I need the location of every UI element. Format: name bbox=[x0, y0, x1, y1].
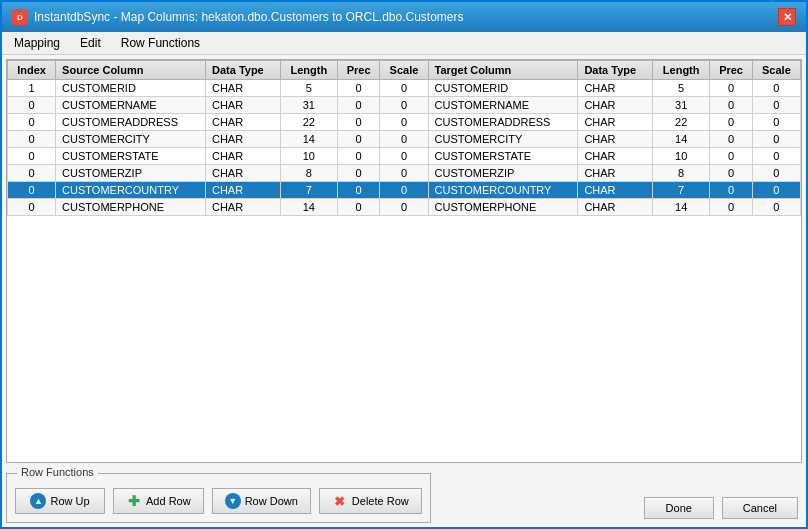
table-cell: 0 bbox=[710, 182, 752, 199]
table-cell: 14 bbox=[280, 199, 337, 216]
table-cell: 0 bbox=[8, 199, 56, 216]
table-cell: CUSTOMERID bbox=[428, 80, 578, 97]
table-cell: 0 bbox=[337, 97, 379, 114]
table-cell: CUSTOMERADDRESS bbox=[56, 114, 206, 131]
row-functions-buttons: ▲ Row Up ✚ Add Row ▼ Row Down ✖ Delete R… bbox=[15, 488, 422, 514]
table-cell: CHAR bbox=[205, 97, 280, 114]
table-cell: CUSTOMERNAME bbox=[56, 97, 206, 114]
columns-table: Index Source Column Data Type Length Pre… bbox=[7, 60, 801, 216]
table-cell: 0 bbox=[337, 80, 379, 97]
table-cell: 0 bbox=[380, 131, 428, 148]
table-cell: 5 bbox=[653, 80, 710, 97]
table-cell: CUSTOMERZIP bbox=[56, 165, 206, 182]
delete-row-label: Delete Row bbox=[352, 495, 409, 507]
row-down-button[interactable]: ▼ Row Down bbox=[212, 488, 311, 514]
table-cell: CUSTOMERCOUNTRY bbox=[56, 182, 206, 199]
table-row[interactable]: 0CUSTOMERNAMECHAR3100CUSTOMERNAMECHAR310… bbox=[8, 97, 801, 114]
done-button[interactable]: Done bbox=[644, 497, 714, 519]
table-cell: CUSTOMERNAME bbox=[428, 97, 578, 114]
menu-mapping[interactable]: Mapping bbox=[6, 34, 68, 52]
table-cell: 0 bbox=[710, 114, 752, 131]
title-bar-left: D InstantdbSync - Map Columns: hekaton.d… bbox=[12, 9, 464, 25]
table-cell: 31 bbox=[280, 97, 337, 114]
table-cell: CHAR bbox=[205, 182, 280, 199]
title-bar: D InstantdbSync - Map Columns: hekaton.d… bbox=[2, 2, 806, 32]
menu-row-functions[interactable]: Row Functions bbox=[113, 34, 208, 52]
table-cell: 7 bbox=[280, 182, 337, 199]
table-row[interactable]: 1CUSTOMERIDCHAR500CUSTOMERIDCHAR500 bbox=[8, 80, 801, 97]
table-cell: 0 bbox=[337, 131, 379, 148]
menu-bar: Mapping Edit Row Functions bbox=[2, 32, 806, 55]
table-cell: 0 bbox=[337, 182, 379, 199]
window-title: InstantdbSync - Map Columns: hekaton.dbo… bbox=[34, 10, 464, 24]
table-cell: 0 bbox=[710, 131, 752, 148]
table-cell: 0 bbox=[380, 199, 428, 216]
table-cell: 8 bbox=[653, 165, 710, 182]
table-cell: CHAR bbox=[578, 97, 653, 114]
table-row[interactable]: 0CUSTOMERCITYCHAR1400CUSTOMERCITYCHAR140… bbox=[8, 131, 801, 148]
header-target-length: Length bbox=[653, 61, 710, 80]
header-source-datatype: Data Type bbox=[205, 61, 280, 80]
table-row[interactable]: 0CUSTOMERCOUNTRYCHAR700CUSTOMERCOUNTRYCH… bbox=[8, 182, 801, 199]
row-up-label: Row Up bbox=[50, 495, 89, 507]
table-cell: 0 bbox=[752, 148, 800, 165]
row-functions-legend: Row Functions bbox=[17, 466, 98, 478]
table-cell: 10 bbox=[653, 148, 710, 165]
table-cell: 0 bbox=[380, 80, 428, 97]
row-up-button[interactable]: ▲ Row Up bbox=[15, 488, 105, 514]
table-cell: 0 bbox=[710, 80, 752, 97]
table-cell: 0 bbox=[752, 199, 800, 216]
table-cell: CHAR bbox=[578, 80, 653, 97]
content-area: Index Source Column Data Type Length Pre… bbox=[2, 55, 806, 527]
table-cell: CHAR bbox=[205, 148, 280, 165]
table-row[interactable]: 0CUSTOMERSTATECHAR1000CUSTOMERSTATECHAR1… bbox=[8, 148, 801, 165]
table-cell: 0 bbox=[380, 114, 428, 131]
table-cell: CUSTOMERPHONE bbox=[428, 199, 578, 216]
main-window: D InstantdbSync - Map Columns: hekaton.d… bbox=[0, 0, 808, 529]
table-cell: 14 bbox=[653, 199, 710, 216]
table-cell: 0 bbox=[337, 165, 379, 182]
table-cell: CHAR bbox=[578, 114, 653, 131]
add-row-icon: ✚ bbox=[126, 493, 142, 509]
header-target-scale: Scale bbox=[752, 61, 800, 80]
table-row[interactable]: 0CUSTOMERPHONECHAR1400CUSTOMERPHONECHAR1… bbox=[8, 199, 801, 216]
table-cell: 0 bbox=[337, 148, 379, 165]
table-cell: CHAR bbox=[205, 131, 280, 148]
add-row-button[interactable]: ✚ Add Row bbox=[113, 488, 204, 514]
delete-row-button[interactable]: ✖ Delete Row bbox=[319, 488, 422, 514]
table-cell: CUSTOMERSTATE bbox=[428, 148, 578, 165]
close-button[interactable]: ✕ bbox=[778, 8, 796, 26]
table-cell: 0 bbox=[710, 148, 752, 165]
bottom-buttons: Done Cancel bbox=[640, 489, 802, 523]
table-cell: CHAR bbox=[578, 182, 653, 199]
header-source-length: Length bbox=[280, 61, 337, 80]
table-row[interactable]: 0CUSTOMERADDRESSCHAR2200CUSTOMERADDRESSC… bbox=[8, 114, 801, 131]
table-cell: 0 bbox=[8, 97, 56, 114]
header-target-column: Target Column bbox=[428, 61, 578, 80]
table-cell: 0 bbox=[8, 114, 56, 131]
table-cell: CHAR bbox=[205, 199, 280, 216]
header-target-datatype: Data Type bbox=[578, 61, 653, 80]
table-cell: 0 bbox=[380, 165, 428, 182]
table-cell: 0 bbox=[752, 165, 800, 182]
table-cell: 0 bbox=[380, 148, 428, 165]
table-row[interactable]: 0CUSTOMERZIPCHAR800CUSTOMERZIPCHAR800 bbox=[8, 165, 801, 182]
menu-edit[interactable]: Edit bbox=[72, 34, 109, 52]
table-cell: 1 bbox=[8, 80, 56, 97]
svg-text:D: D bbox=[17, 13, 23, 22]
table-cell: 7 bbox=[653, 182, 710, 199]
delete-row-icon: ✖ bbox=[332, 493, 348, 509]
table-cell: 0 bbox=[380, 182, 428, 199]
table-cell: 31 bbox=[653, 97, 710, 114]
table-cell: 22 bbox=[280, 114, 337, 131]
table-cell: CHAR bbox=[205, 165, 280, 182]
cancel-button[interactable]: Cancel bbox=[722, 497, 798, 519]
table-cell: 8 bbox=[280, 165, 337, 182]
header-index: Index bbox=[8, 61, 56, 80]
table-cell: 0 bbox=[752, 114, 800, 131]
row-down-label: Row Down bbox=[245, 495, 298, 507]
table-cell: CHAR bbox=[578, 131, 653, 148]
table-cell: 14 bbox=[280, 131, 337, 148]
table-cell: CUSTOMERCOUNTRY bbox=[428, 182, 578, 199]
table-cell: CUSTOMERSTATE bbox=[56, 148, 206, 165]
